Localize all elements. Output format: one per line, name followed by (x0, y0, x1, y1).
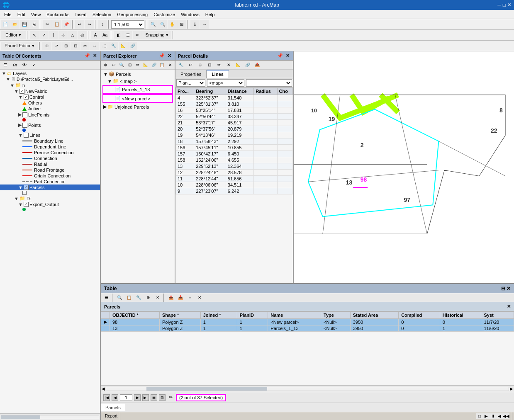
explorer-pin-btn[interactable]: 📌 (158, 53, 166, 58)
det-tool-4[interactable]: ⊟ (205, 61, 214, 69)
details-row[interactable]: 155325°31'37"3.810 (176, 101, 293, 107)
pan-btn[interactable]: ✋ (168, 20, 177, 29)
details-close-btn[interactable]: ✕ (285, 53, 290, 58)
status-btn-5[interactable]: ◀◀ (503, 413, 509, 419)
toc-connection[interactable]: Connection (0, 155, 100, 161)
toc-origin-connection[interactable]: Origin Connection (0, 173, 100, 179)
tbl-options-btn[interactable]: ☰ (102, 294, 111, 302)
det-tool-6[interactable]: ✕ (224, 61, 233, 69)
toc-close-btn[interactable]: ✕ (92, 53, 97, 58)
parcel-tool-10[interactable]: 🔗 (128, 42, 137, 50)
toc-list-btn[interactable]: ☰ (1, 61, 10, 69)
nav-first-btn[interactable]: |◀ (103, 394, 110, 401)
details-row[interactable]: 1954°13'46"19.219 (176, 132, 293, 138)
tbl-tool-3[interactable]: 🔧 (134, 294, 143, 302)
col-shape[interactable]: Shape * (159, 312, 200, 319)
table-row[interactable]: ▶98Polygon Z11<New parcel><Null>39500011… (101, 319, 514, 325)
toc-select-btn[interactable]: ✓ (29, 61, 39, 69)
parcel-tool-1[interactable]: ⊕ (42, 42, 51, 50)
menu-view[interactable]: View (29, 11, 44, 18)
identify-btn[interactable]: ℹ (190, 20, 200, 29)
toc-control[interactable]: ▼ Control (0, 94, 100, 100)
edit-tool-3[interactable]: | (49, 31, 58, 39)
details-row[interactable]: 156157°45'11"10.855 (176, 145, 293, 151)
menu-geoprocessing[interactable]: Geoprocessing (114, 11, 150, 18)
select-btn[interactable]: → (200, 20, 209, 29)
parcel-tool-2[interactable]: ↗ (52, 42, 61, 50)
details-row[interactable]: 158152°24'06"4.655 (176, 157, 293, 163)
det-tool-9[interactable]: 📤 (253, 61, 262, 69)
parcel-tool-9[interactable]: 📐 (119, 42, 128, 50)
edit-tool-6[interactable]: ◎ (78, 31, 87, 39)
toc-layers-group[interactable]: ▼ 🗂 Layers (0, 70, 100, 76)
col-historical[interactable]: Historical (440, 312, 481, 319)
toc-road-frontage[interactable]: Road Frontage (0, 167, 100, 173)
toc-lines-checkbox[interactable] (24, 133, 29, 138)
details-row[interactable]: 2153°37'17"45.917 (176, 120, 293, 126)
undo-btn[interactable]: ↩ (75, 20, 84, 29)
exp-tool-2[interactable]: ↩ (110, 61, 117, 69)
details-pin-btn[interactable]: 📌 (276, 53, 284, 58)
table-close-x[interactable]: ✕ (507, 304, 511, 309)
editor-dropdown-btn[interactable]: Editor ▾ (1, 31, 26, 39)
col-objectid[interactable]: OBJECTID * (110, 312, 160, 319)
table-view-btn[interactable]: ☰ (151, 394, 157, 401)
details-row[interactable]: 4323°52'37"31.540 (176, 95, 293, 101)
col-planid[interactable]: PlanID (237, 312, 268, 319)
toc-visible-btn[interactable]: 👁 (20, 61, 29, 69)
h-scrollbar[interactable] (106, 387, 509, 391)
status-btn-4[interactable]: ◀ (496, 413, 503, 419)
exp-map-folder[interactable]: ▼ 📁 < map > (102, 78, 174, 85)
explorer-close-btn[interactable]: ✕ (167, 53, 172, 58)
toc-linepoints-checkbox[interactable] (22, 112, 27, 117)
maximize-btn[interactable]: □ (503, 2, 506, 8)
details-row[interactable]: 10228°06'06"34.511 (176, 182, 293, 188)
parcel-tool-4[interactable]: ⊟ (71, 42, 80, 50)
col-syst[interactable]: Syst (481, 312, 514, 319)
edit-tool-1[interactable]: ↖ (30, 31, 39, 39)
toc-newfabric[interactable]: ▼ NewFabric (0, 88, 100, 94)
toc-export-checkbox[interactable] (24, 202, 29, 207)
col-compiled[interactable]: Compiled (399, 312, 440, 319)
table-restore-btn[interactable]: ⊟ (501, 286, 505, 291)
menu-file[interactable]: File (2, 11, 14, 18)
tbl-tool-1[interactable]: 🔍 (115, 294, 124, 302)
toc-db-item[interactable]: ▼ 🗄 D:\Practical5_FabricLayerEd... (0, 76, 100, 82)
col-type[interactable]: Type (321, 312, 351, 319)
toc-linepoints[interactable]: ▶ LinePoints (0, 112, 100, 118)
text-btn[interactable]: A (91, 31, 100, 39)
menu-windows[interactable]: Windows (178, 11, 202, 18)
det-tool-3[interactable]: ⊕ (195, 61, 205, 69)
details-row[interactable]: 11228°12'44"51.656 (176, 176, 293, 182)
layer-btn[interactable]: ◧ (114, 31, 123, 39)
details-row[interactable]: 1653°25'14"17.881 (176, 107, 293, 114)
copy-btn[interactable]: 📋 (52, 20, 61, 29)
minimize-btn[interactable]: ─ (497, 2, 501, 8)
menu-customize[interactable]: Customize (151, 11, 178, 18)
toc-points-checkbox[interactable] (22, 123, 27, 128)
exp-tool-9[interactable]: ✕ (166, 61, 174, 69)
det-tool-8[interactable]: 🔗 (243, 61, 252, 69)
parcel-tool-7[interactable]: ⬚ (100, 42, 109, 50)
col-joined[interactable]: Joined * (200, 312, 237, 319)
tab-properties[interactable]: Properties (175, 70, 207, 78)
parcel-tool-3[interactable]: ⊞ (61, 42, 71, 50)
parcel-tool-6[interactable]: ↔ (90, 42, 99, 50)
map-select[interactable]: <map> (207, 79, 244, 87)
parcel-editor-dropdown-btn[interactable]: Parcel Editor ▾ (1, 42, 38, 50)
open-btn[interactable]: 📂 (10, 20, 19, 29)
exp-tool-3[interactable]: 🔍 (118, 61, 125, 69)
det-tool-1[interactable]: 🔧 (176, 61, 185, 69)
col-name[interactable]: Name (268, 312, 321, 319)
exp-new-parcel[interactable]: 📄 <New parcel> (102, 94, 173, 103)
toc-lines[interactable]: ▼ Lines (0, 132, 100, 138)
edit-tool-5[interactable]: △ (68, 31, 77, 39)
sketch-btn[interactable]: ✏ (133, 31, 142, 39)
save-btn[interactable]: 💾 (20, 20, 29, 29)
details-row[interactable]: 2252°50'44"33.347 (176, 114, 293, 120)
close-btn[interactable]: ✕ (507, 2, 512, 8)
redo-btn[interactable]: ↪ (85, 20, 94, 29)
exp-tool-5[interactable]: ✏ (134, 61, 141, 69)
full-extent-btn[interactable]: ⊞ (177, 20, 186, 29)
nav-prev-btn[interactable]: ◀ (112, 394, 118, 401)
